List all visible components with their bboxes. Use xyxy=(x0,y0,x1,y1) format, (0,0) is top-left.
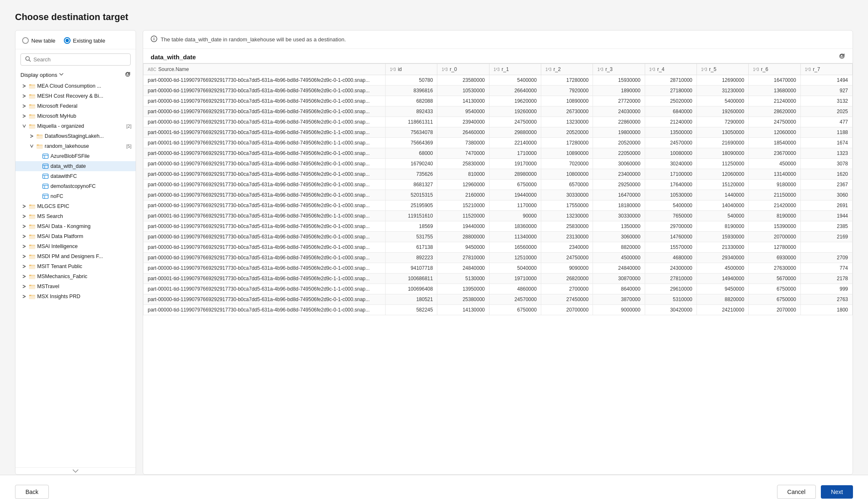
tree-item-data_with_date[interactable]: data_with_date xyxy=(15,161,136,171)
table-cell: 30060000 xyxy=(593,159,645,169)
table-cell: part-00000-tid-11990797669292917730-b0ca… xyxy=(144,200,386,211)
tree-item-datawithFC[interactable]: datawithFC xyxy=(15,171,136,181)
svg-rect-7 xyxy=(29,104,31,106)
search-bar[interactable] xyxy=(20,53,131,66)
tree-item-mlgcs[interactable]: MLGCS EPIC xyxy=(15,201,136,211)
refresh-icon[interactable] xyxy=(125,71,131,79)
tree-item-msmechanics[interactable]: MSMechanics_Fabric xyxy=(15,271,136,281)
table-cell: 10080000 xyxy=(645,148,696,159)
table-cell: 927 xyxy=(800,86,852,96)
table-cell: 735626 xyxy=(386,169,437,180)
col-header-r_1: 1²3 r_1 xyxy=(489,64,541,75)
tree-item-label: MSMechanics_Fabric xyxy=(37,274,131,279)
tree-item-msdi[interactable]: MSDI PM and Designers F... xyxy=(15,251,136,261)
tree-item-label: Miquella - organized xyxy=(37,123,123,129)
table-cell: 3060000 xyxy=(593,232,645,242)
table-cell: part-00000-tid-11990797669292917730-b0ca… xyxy=(144,294,386,305)
table-cell: 8820000 xyxy=(593,242,645,253)
table-cell: part-00000-tid-11990797669292917730-b0ca… xyxy=(144,305,386,315)
table-cell: 1674 xyxy=(800,138,852,148)
table-cell: 8820000 xyxy=(697,294,749,305)
tree-item-dataflows[interactable]: DataflowsStagingLakeh... xyxy=(15,131,136,141)
tree-item-noFC[interactable]: noFC xyxy=(15,191,136,201)
tree-item-mymyhub[interactable]: Microsoft MyHub xyxy=(15,111,136,121)
folder-icon xyxy=(29,223,35,230)
table-cell: 9090000 xyxy=(541,263,593,274)
table-row: part-00000-tid-11990797669292917730-b0ca… xyxy=(144,253,853,263)
table-cell: 19440000 xyxy=(437,221,489,232)
folder-icon xyxy=(36,133,43,139)
tree-item-msit[interactable]: MSIT Tenant Public xyxy=(15,261,136,271)
tree-item-label: MLGCS EPIC xyxy=(37,203,131,209)
tree-item-msai_intelligence[interactable]: MSAI Intelligence xyxy=(15,241,136,251)
table-cell: 29250000 xyxy=(593,180,645,190)
table-cell: 11520000 xyxy=(437,211,489,221)
table-cell: 16470000 xyxy=(749,75,800,86)
radio-existing-table-label: Existing table xyxy=(73,38,105,44)
table-cell: 14040000 xyxy=(697,200,749,211)
svg-rect-42 xyxy=(29,255,31,256)
table-cell: part-00000-tid-11990797669292917730-b0ca… xyxy=(144,232,386,242)
table-cell: 23130000 xyxy=(541,232,593,242)
table-cell: 10890000 xyxy=(541,148,593,159)
table-row: part-00001-tid-11990797669292917730-b0ca… xyxy=(144,211,853,221)
tree-item-mea[interactable]: MEA Cloud Consumption ... xyxy=(15,81,136,91)
tree-item-demofastcopynoFC[interactable]: demofastcopynoFC xyxy=(15,181,136,191)
table-title: data_with_date xyxy=(151,53,196,61)
search-input[interactable] xyxy=(33,56,126,63)
tree-item-msai_kongming[interactable]: MSAI Data - Kongming xyxy=(15,221,136,231)
table-cell: 22860000 xyxy=(593,117,645,127)
table-cell: 477 xyxy=(800,117,852,127)
tree-item-label: MSDI PM and Designers F... xyxy=(37,253,131,259)
table-cell: 28980000 xyxy=(489,169,541,180)
table-cell: 9180000 xyxy=(749,180,800,190)
back-button[interactable]: Back xyxy=(15,485,49,499)
tree-item-mesh[interactable]: MESH Cost Recovery & Bi... xyxy=(15,91,136,101)
table-cell: 19800000 xyxy=(593,127,645,138)
cancel-button[interactable]: Cancel xyxy=(777,485,816,499)
tree-item-mstravel[interactable]: MSTravel xyxy=(15,281,136,291)
table-cell: 5040000 xyxy=(489,263,541,274)
tree-item-msfederal[interactable]: Microsoft Federal xyxy=(15,101,136,111)
col-type: 1²3 xyxy=(753,67,760,72)
data-table-wrapper[interactable]: ABC Source.Name1²3 id1²3 r_01²3 r_11²3 r… xyxy=(143,63,853,474)
table-cell: 810000 xyxy=(437,169,489,180)
svg-rect-15 xyxy=(37,144,39,146)
tree-item-azureblob[interactable]: AzureBlobFSFile xyxy=(15,151,136,161)
info-text: The table data_with_date in random_lakeh… xyxy=(161,36,346,43)
svg-rect-16 xyxy=(43,154,48,159)
tree-item-miquellaorg[interactable]: Miquella - organized[2] xyxy=(15,121,136,131)
svg-rect-50 xyxy=(29,295,31,296)
radio-existing-table[interactable]: Existing table xyxy=(64,37,105,44)
table-cell: part-00001-tid-11990797669292917730-b0ca… xyxy=(144,138,386,148)
table-cell: 18360000 xyxy=(489,221,541,232)
table-cell: 7020000 xyxy=(541,159,593,169)
table-cell: 29340000 xyxy=(697,253,749,263)
tree-item-random_lakehouse[interactable]: random_lakehouse[5] xyxy=(15,141,136,151)
table-cell: 23580000 xyxy=(437,75,489,86)
table-cell: 14130000 xyxy=(437,305,489,315)
table-row: part-00000-tid-11990797669292917730-b0ca… xyxy=(144,294,853,305)
tree-item-badge: [2] xyxy=(126,124,131,129)
next-button[interactable]: Next xyxy=(821,485,853,499)
table-refresh-icon[interactable] xyxy=(839,53,845,61)
table-cell: 29700000 xyxy=(645,221,696,232)
table-row: part-00001-tid-11990797669292917730-b0ca… xyxy=(144,284,853,294)
table-cell: 2070000 xyxy=(749,305,800,315)
tree-item-msai_platform[interactable]: MSAI Data Platform xyxy=(15,231,136,241)
svg-rect-22 xyxy=(43,174,48,179)
table-cell: 22050000 xyxy=(593,148,645,159)
folder-icon xyxy=(29,203,35,210)
display-options-toggle[interactable]: Display options xyxy=(20,72,64,78)
table-cell: 19260000 xyxy=(489,106,541,117)
table-cell: 12510000 xyxy=(489,253,541,263)
tree-item-mssearch[interactable]: MS Search xyxy=(15,211,136,221)
tree-item-msxinsights[interactable]: MSX Insights PRD xyxy=(15,291,136,301)
table-cell: 94107718 xyxy=(386,263,437,274)
tree-item-label: random_lakehouse xyxy=(45,143,123,149)
radio-new-table[interactable]: New table xyxy=(22,37,56,44)
table-cell: 75634078 xyxy=(386,127,437,138)
table-cell xyxy=(800,242,852,253)
tree-item-label: MESH Cost Recovery & Bi... xyxy=(37,93,131,99)
table-cell: 16790240 xyxy=(386,159,437,169)
